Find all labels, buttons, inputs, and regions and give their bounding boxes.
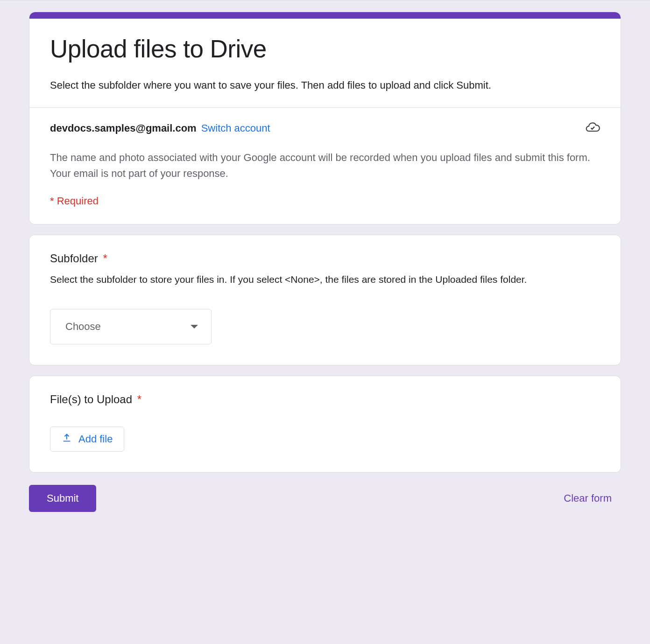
required-label: * Required: [50, 195, 600, 207]
form-container: Upload files to Drive Select the subfold…: [29, 1, 621, 512]
required-asterisk: *: [137, 393, 141, 406]
clear-form-button[interactable]: Clear form: [554, 487, 621, 510]
upload-label-text: File(s) to Upload: [50, 393, 132, 406]
subfolder-label-text: Subfolder: [50, 252, 98, 265]
upload-card: File(s) to Upload * Add file: [29, 376, 621, 473]
account-section: devdocs.samples@gmail.com Switch account…: [29, 108, 621, 224]
chevron-down-icon: [191, 325, 198, 329]
cloud-done-icon: [585, 120, 600, 137]
required-asterisk: *: [103, 252, 107, 265]
submit-button[interactable]: Submit: [29, 485, 96, 512]
add-file-button[interactable]: Add file: [50, 427, 124, 452]
account-notice: The name and photo associated with your …: [50, 150, 600, 182]
accent-bar: [29, 12, 621, 19]
subfolder-description: Select the subfolder to store your files…: [50, 273, 600, 287]
upload-arrow-icon: [62, 433, 72, 446]
switch-account-link[interactable]: Switch account: [201, 122, 270, 134]
form-footer: Submit Clear form: [29, 483, 621, 512]
dropdown-value: Choose: [65, 321, 101, 333]
header-section: Upload files to Drive Select the subfold…: [29, 19, 621, 107]
subfolder-card: Subfolder * Select the subfolder to stor…: [29, 235, 621, 365]
subfolder-label: Subfolder *: [50, 252, 600, 265]
form-title: Upload files to Drive: [50, 34, 600, 64]
form-description: Select the subfolder where you want to s…: [50, 77, 600, 93]
add-file-label: Add file: [78, 433, 113, 445]
account-row: devdocs.samples@gmail.com Switch account: [50, 120, 600, 137]
header-card: Upload files to Drive Select the subfold…: [29, 12, 621, 224]
subfolder-dropdown[interactable]: Choose: [50, 309, 212, 344]
account-left: devdocs.samples@gmail.com Switch account: [50, 122, 270, 134]
upload-label: File(s) to Upload *: [50, 393, 600, 406]
account-email: devdocs.samples@gmail.com: [50, 122, 197, 134]
